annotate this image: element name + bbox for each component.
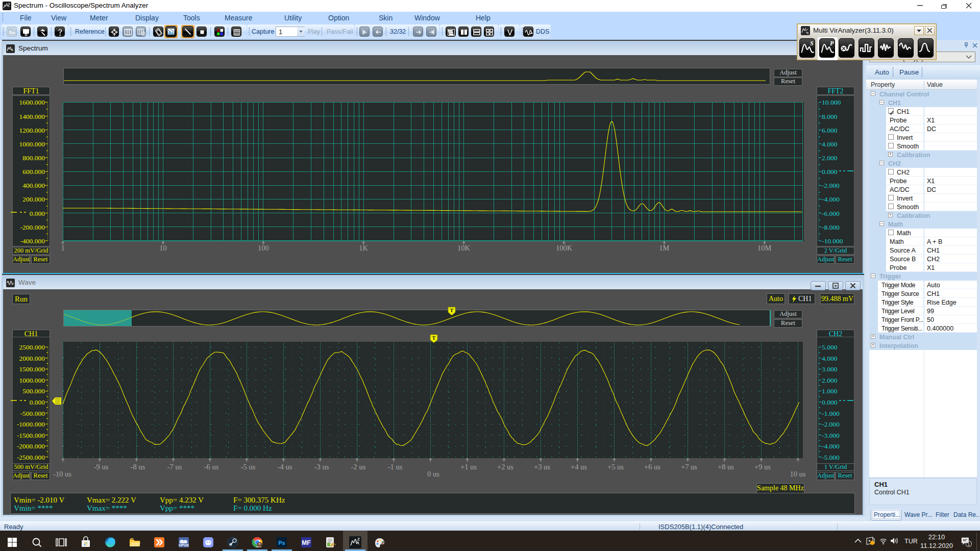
svg-text:Ps: Ps xyxy=(278,540,285,546)
svg-text:P: P xyxy=(830,40,834,47)
svg-text:OPUS: OPUS xyxy=(179,543,189,547)
svg-text:T: T xyxy=(432,335,436,341)
svg-text:1: 1 xyxy=(968,542,970,547)
svg-text:MF: MF xyxy=(302,539,310,546)
svg-text:S: S xyxy=(810,40,814,47)
